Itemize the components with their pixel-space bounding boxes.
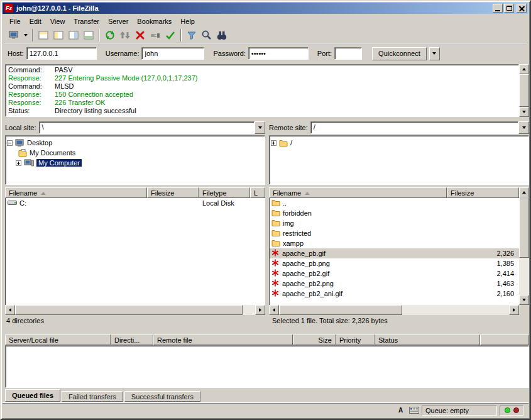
scrollbar-thumb[interactable] xyxy=(15,305,243,315)
site-manager-dropdown[interactable] xyxy=(21,28,30,42)
local-file-list[interactable]: C: Local Disk xyxy=(5,198,265,305)
scroll-left-button[interactable] xyxy=(269,305,279,315)
arrow-down-icon xyxy=(522,299,526,303)
scrollbar-thumb[interactable] xyxy=(279,305,402,315)
directory-filters-button[interactable] xyxy=(184,28,199,42)
file-name: apache_pb2_ani.gif xyxy=(282,290,342,297)
scroll-left-button[interactable] xyxy=(5,305,15,315)
file-row[interactable]: forbidden xyxy=(270,208,519,218)
remote-site-combobox[interactable]: / xyxy=(310,121,529,134)
tab-queued-files[interactable]: Queued files xyxy=(5,389,60,402)
disconnect-button[interactable] xyxy=(148,28,163,42)
file-row[interactable]: C: Local Disk xyxy=(6,198,265,208)
titlebar[interactable]: Fz john@127.0.0.1 - FileZilla xyxy=(3,3,528,14)
file-row[interactable]: apache_pb.png 1,385 xyxy=(270,258,519,268)
expand-icon[interactable] xyxy=(271,140,276,146)
username-label: Username: xyxy=(106,50,140,57)
column-last-modified[interactable]: L xyxy=(250,187,265,198)
column-filename[interactable]: Filename xyxy=(269,187,447,198)
toggle-transfer-queue-button[interactable] xyxy=(81,28,96,42)
reconnect-button[interactable] xyxy=(163,28,178,42)
transfer-queue-list[interactable] xyxy=(5,345,529,388)
column-filetype[interactable]: Filetype xyxy=(199,187,250,198)
remote-list-scrollbar[interactable] xyxy=(519,187,529,305)
compare-directories-button[interactable] xyxy=(199,28,214,42)
local-site-combobox[interactable]: \ xyxy=(39,121,265,134)
refresh-button[interactable] xyxy=(102,28,118,42)
column-size[interactable]: Size xyxy=(293,334,336,345)
process-queue-button[interactable] xyxy=(118,28,133,42)
toggle-remote-treeview-button[interactable] xyxy=(66,28,81,42)
scroll-down-button[interactable] xyxy=(519,295,529,305)
file-row-selected[interactable]: apache_pb.gif 2,326 xyxy=(270,248,519,258)
local-list-hscrollbar[interactable] xyxy=(5,305,265,315)
file-row[interactable]: .. xyxy=(270,198,519,208)
tree-item-my-computer[interactable]: My Computer xyxy=(7,158,263,168)
column-priority[interactable]: Priority xyxy=(336,334,375,345)
file-row[interactable]: restricted xyxy=(270,228,519,238)
quickconnect-button[interactable]: Quickconnect xyxy=(372,47,427,60)
quickconnect-dropdown[interactable] xyxy=(429,47,440,60)
site-manager-button[interactable] xyxy=(6,28,21,42)
password-input[interactable] xyxy=(248,47,309,60)
tree-item-root[interactable]: / xyxy=(271,138,527,148)
remote-treeview[interactable]: / xyxy=(269,135,529,185)
file-row[interactable]: apache_pb2.gif 2,414 xyxy=(270,268,519,279)
ascii-transfer-type-icon[interactable]: A xyxy=(395,406,406,415)
scroll-up-button[interactable] xyxy=(519,187,529,197)
toggle-message-log-button[interactable] xyxy=(36,28,51,42)
expand-icon[interactable] xyxy=(16,160,21,166)
tree-item-desktop[interactable]: Desktop xyxy=(7,138,263,148)
log-line: Response:150 Connection accepted xyxy=(8,91,516,99)
find-files-button[interactable] xyxy=(214,28,229,42)
column-status[interactable]: Status xyxy=(375,334,480,345)
file-row[interactable]: xampp xyxy=(270,238,519,248)
remote-file-list[interactable]: .. forbidden img restricted xampp apache… xyxy=(269,198,519,305)
tree-item-my-documents[interactable]: My Documents xyxy=(7,148,263,158)
file-row[interactable]: apache_pb2.png 1,463 xyxy=(270,279,519,289)
scroll-right-button[interactable] xyxy=(255,305,265,315)
scroll-right-button[interactable] xyxy=(509,305,519,315)
log-scrollbar[interactable] xyxy=(519,64,529,117)
port-input[interactable] xyxy=(334,47,362,60)
close-button[interactable] xyxy=(517,4,527,13)
host-input[interactable] xyxy=(26,47,97,60)
scroll-down-button[interactable] xyxy=(519,107,529,117)
tab-failed-transfers[interactable]: Failed transfers xyxy=(62,391,123,402)
image-file-icon xyxy=(271,259,280,268)
remote-list-status: Selected 1 file. Total size: 2,326 bytes xyxy=(272,317,388,326)
column-filesize[interactable]: Filesize xyxy=(447,187,519,198)
menu-view[interactable]: View xyxy=(46,16,70,26)
menu-server[interactable]: Server xyxy=(104,16,133,26)
tab-successful-transfers[interactable]: Successful transfers xyxy=(124,391,200,402)
file-row[interactable]: img xyxy=(270,218,519,228)
username-input[interactable] xyxy=(141,47,204,60)
column-server-local-file[interactable]: Server/Local file xyxy=(5,334,111,345)
remote-list-hscrollbar[interactable] xyxy=(269,305,519,315)
scrollbar-thumb[interactable] xyxy=(519,74,529,107)
local-site-dropdown[interactable] xyxy=(255,121,265,134)
scroll-up-button[interactable] xyxy=(519,64,529,74)
collapse-icon[interactable] xyxy=(7,140,13,146)
menu-edit[interactable]: Edit xyxy=(25,16,46,26)
remote-list-header: Filename Filesize xyxy=(269,187,519,198)
remote-site-dropdown[interactable] xyxy=(518,121,529,134)
menu-transfer[interactable]: Transfer xyxy=(69,16,104,26)
keypad-indicator-icon[interactable] xyxy=(408,406,419,415)
column-remote-file[interactable]: Remote file xyxy=(153,334,293,345)
message-log[interactable]: Command:PASV Response:227 Entering Passi… xyxy=(5,64,519,117)
minimize-button[interactable] xyxy=(493,4,503,13)
menu-help[interactable]: Help xyxy=(176,16,199,26)
local-treeview[interactable]: Desktop My Documents My Computer xyxy=(5,135,265,185)
toggle-local-treeview-button[interactable] xyxy=(51,28,66,42)
column-direction[interactable]: Directi... xyxy=(111,334,153,345)
menu-bookmarks[interactable]: Bookmarks xyxy=(133,16,176,26)
column-filesize[interactable]: Filesize xyxy=(147,187,199,198)
sort-ascending-icon xyxy=(41,189,46,195)
maximize-button[interactable] xyxy=(504,4,514,13)
file-row[interactable]: apache_pb2_ani.gif 2,160 xyxy=(270,289,519,299)
menu-file[interactable]: File xyxy=(5,16,25,26)
scrollbar-thumb[interactable] xyxy=(519,197,529,258)
cancel-operation-button[interactable] xyxy=(133,28,148,42)
column-filename[interactable]: Filename xyxy=(5,187,147,198)
